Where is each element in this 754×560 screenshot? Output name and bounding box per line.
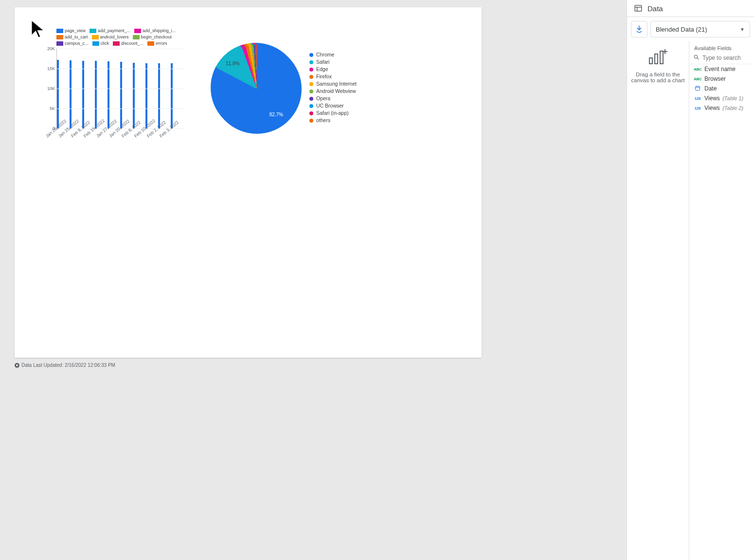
pie-legend-item: Android Webview (309, 88, 357, 95)
status-text: Data Last Updated: 2/16/2022 12:06:33 PM (21, 362, 115, 368)
pie-label-main: 82.7% (269, 112, 283, 117)
table-icon (634, 4, 643, 13)
field-item[interactable]: ABCBrowser (689, 74, 754, 84)
workspace[interactable]: page_viewadd_payment_...add_shipping_i..… (0, 0, 627, 560)
status-bar: ● Data Last Updated: 2/16/2022 12:06:33 … (15, 361, 482, 369)
pie-legend-item: others (309, 117, 357, 124)
svg-rect-0 (635, 5, 642, 11)
field-item[interactable]: ABCEvent name (689, 64, 754, 74)
calendar-icon (694, 85, 701, 92)
field-label: Views (Table 1) (704, 95, 743, 102)
legend-item: add_payment_... (90, 28, 130, 34)
legend-item: android_lovers (92, 34, 129, 40)
field-type-badge: ABC (694, 77, 701, 81)
legend-item: begin_checkout (133, 34, 172, 40)
status-dot-icon: ● (15, 363, 19, 368)
bar-chart[interactable]: page_viewadd_payment_...add_shipping_i..… (32, 28, 197, 148)
bar (95, 61, 97, 128)
legend-item: click (92, 40, 109, 47)
svg-rect-10 (696, 87, 700, 90)
pie-legend-item: UC Browser (309, 102, 357, 109)
data-panel-title: Data (647, 4, 663, 13)
bar-plot-area: 05K10K15K20K (56, 49, 184, 129)
pie-label-secondary: 11.8% (226, 61, 239, 66)
pie-legend-item: Edge (309, 66, 357, 73)
drag-hint-text: Drag a field to the canvas to add a char… (631, 72, 685, 83)
blend-data-button[interactable] (631, 21, 647, 37)
available-fields-col: Available Fields ABCEvent nameABCBrowser… (689, 41, 754, 560)
search-icon (693, 54, 700, 62)
bar (158, 63, 160, 128)
datasource-select[interactable]: Blended Data (21) ▼ (650, 21, 750, 37)
pie-legend-item: Safari (309, 58, 357, 66)
field-label: Browser (704, 75, 726, 82)
svg-rect-5 (660, 51, 663, 64)
field-item[interactable]: 123Views (Table 1) (689, 93, 754, 103)
svg-point-8 (694, 55, 698, 58)
bar (171, 63, 173, 128)
pie-legend-item: Samsung Internet (309, 80, 357, 88)
legend-item: add_to_cart (56, 34, 88, 40)
drag-fields-area[interactable]: Drag a field to the canvas to add a char… (627, 41, 689, 560)
chevron-down-icon: ▼ (740, 27, 745, 32)
field-item[interactable]: Date (689, 84, 754, 93)
svg-rect-4 (655, 54, 658, 64)
datasource-label: Blended Data (21) (656, 26, 707, 33)
field-item[interactable]: 123Views (Table 2) (689, 103, 754, 113)
pie-legend-item: Chrome (309, 51, 357, 58)
pie-circle: 82.7% 11.8% (209, 41, 302, 134)
data-panel-header: Data (627, 0, 754, 17)
report-canvas[interactable]: page_viewadd_payment_...add_shipping_i..… (15, 7, 482, 358)
legend-item: discount_... (113, 40, 144, 47)
pie-legend-item: Safari (in-app) (309, 109, 357, 117)
bar (82, 61, 84, 128)
field-type-badge: ABC (694, 67, 701, 72)
pie-chart[interactable]: 82.7% 11.8% ChromeSafariEdgeFirefoxSamsu… (209, 41, 357, 134)
bar (108, 61, 109, 128)
field-type-badge: 123 (694, 106, 701, 110)
svg-line-9 (697, 58, 699, 59)
field-search[interactable] (689, 53, 754, 64)
pie-legend: ChromeSafariEdgeFirefoxSamsung InternetA… (309, 51, 357, 124)
bar (120, 62, 122, 128)
field-type-badge: 123 (694, 96, 701, 101)
legend-item: errors (147, 40, 167, 47)
field-label: Event name (704, 66, 736, 72)
legend-item: page_view (56, 28, 86, 34)
bar (133, 63, 135, 128)
bar-legend: page_viewadd_payment_...add_shipping_i..… (56, 28, 183, 47)
pie-legend-item: Opera (309, 95, 357, 102)
legend-item: add_shipping_i... (134, 28, 176, 34)
data-panel: Data Blended Data (21) ▼ Drag a field to… (627, 0, 754, 560)
add-chart-icon (646, 47, 670, 67)
bar (145, 63, 147, 128)
bar (70, 60, 72, 128)
bar (57, 60, 59, 128)
svg-rect-3 (649, 58, 652, 64)
field-label: Views (Table 2) (704, 105, 743, 111)
pie-legend-item: Firefox (309, 73, 357, 80)
legend-item: campus_c... (56, 40, 89, 47)
field-search-input[interactable] (702, 54, 750, 61)
field-label: Date (704, 85, 717, 92)
bar-x-axis: Jan 26, 2022Jan 25, 2022Feb 9, 2022Feb 1… (56, 129, 184, 148)
available-fields-header: Available Fields (689, 41, 754, 53)
